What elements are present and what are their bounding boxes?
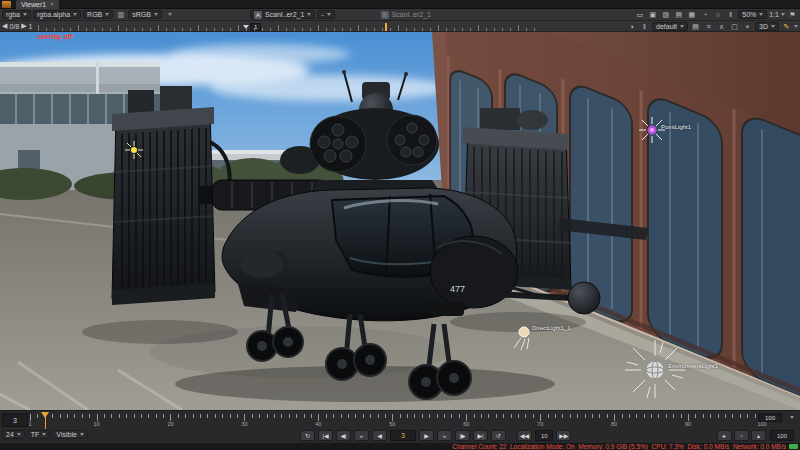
timeline-tick: [718, 414, 719, 418]
current-frame-field[interactable]: 3: [2, 413, 28, 427]
timeline-tick-label: 1: [28, 421, 31, 427]
visibility-dropdown[interactable]: Visible: [52, 430, 88, 439]
close-icon[interactable]: ×: [50, 0, 54, 9]
timeline-tick: [141, 414, 142, 418]
view-mode-dropdown[interactable]: 3D: [755, 22, 779, 31]
increment-forward-button[interactable]: ▶▶: [556, 430, 571, 441]
timeline-tick: [170, 414, 171, 421]
directlight-label[interactable]: DirectLight1_1: [532, 325, 571, 331]
timeline-tick: [444, 414, 445, 418]
timeline-tick: [318, 414, 319, 421]
chevron-down-icon[interactable]: [794, 25, 798, 28]
refresh-button[interactable]: ↺: [491, 430, 506, 441]
playback-frame-field[interactable]: 3: [390, 430, 416, 441]
edit-pencil-icon[interactable]: ✎: [781, 22, 792, 31]
play-forward-button[interactable]: ▶: [419, 430, 434, 441]
lut-dropdown[interactable]: sRGB: [128, 10, 162, 19]
mini-ruler-tick: [270, 28, 271, 31]
environmentlight-label[interactable]: EnvironmentLight1: [668, 363, 718, 369]
mini-ruler-tick: [262, 28, 263, 31]
timeline-tick: [67, 414, 68, 418]
layers-icon[interactable]: ▤: [690, 22, 701, 31]
goto-start-button[interactable]: |◀: [318, 430, 333, 441]
chevron-down-icon[interactable]: [790, 416, 794, 419]
roi-icon[interactable]: ○: [712, 10, 723, 19]
timeline-tick: [215, 414, 216, 418]
tracker-icon[interactable]: ⌖: [742, 22, 753, 31]
viewer-process-dropdown[interactable]: default: [652, 22, 688, 31]
playback-end-field[interactable]: 100: [770, 430, 794, 441]
prev-keyframe-button[interactable]: ◀|: [336, 430, 351, 441]
buffer-next-button[interactable]: ▶: [21, 22, 26, 30]
pointlight-gizmo[interactable]: [639, 117, 665, 143]
flag-icon[interactable]: ⚑: [787, 10, 798, 19]
mini-ruler-tick: [86, 28, 87, 31]
tab-bar: Viewer1 ×: [0, 0, 800, 9]
region-icon[interactable]: ▢: [729, 22, 740, 31]
pointlight-label[interactable]: PointLight1: [661, 124, 691, 130]
monitor-output-icon[interactable]: ▭: [634, 10, 645, 19]
timeline-tick: [311, 414, 312, 418]
timeline-tick: [577, 414, 578, 418]
timeline-tick: [740, 414, 741, 418]
goto-end-button[interactable]: ▶|: [473, 430, 488, 441]
timeline-tick-label: 40: [315, 421, 321, 427]
pixel-ratio-label[interactable]: 1:1: [769, 11, 779, 18]
overlay-status-text: overlay off: [37, 33, 72, 40]
step-forward-button[interactable]: »: [437, 430, 452, 441]
clock-icon[interactable]: ◔: [699, 10, 710, 19]
ab-blend-dropdown[interactable]: -: [317, 10, 334, 19]
frame-range-icon[interactable]: ▫: [734, 430, 749, 441]
timeline-tick: [355, 414, 356, 418]
play-backward-button[interactable]: ◀: [372, 430, 387, 441]
tab-viewer1[interactable]: Viewer1 ×: [16, 0, 59, 9]
timeline-tick: [341, 414, 342, 418]
gain-icon[interactable]: ◑: [626, 22, 637, 31]
chevron-down-icon[interactable]: [168, 13, 172, 16]
channels-dropdown[interactable]: rgba: [2, 10, 31, 19]
play-range-icon[interactable]: ▸: [717, 430, 732, 441]
fps-dropdown[interactable]: 24: [2, 430, 25, 439]
loop-mode-button[interactable]: ↻: [300, 430, 315, 441]
next-keyframe-button[interactable]: |▶: [455, 430, 470, 441]
timeline-tick: [488, 414, 489, 418]
snapshot-icon[interactable]: ▤: [673, 10, 684, 19]
increment-back-button[interactable]: ◀◀: [517, 430, 532, 441]
chevron-down-icon[interactable]: [781, 13, 785, 16]
mini-ruler-tick: [486, 28, 487, 31]
display-channel-dropdown[interactable]: RGB: [83, 10, 113, 19]
playhead[interactable]: [41, 412, 50, 418]
viewer-frame-ruler[interactable]: 1: [38, 23, 543, 31]
mini-ruler-tick: [134, 28, 135, 31]
display-mode-icon[interactable]: ▥: [115, 10, 126, 19]
timeline-tick: [348, 414, 349, 418]
input-a-dropdown[interactable]: AScanl..er2_1: [250, 10, 315, 19]
checkerboard-icon[interactable]: ▨: [660, 10, 671, 19]
step-back-button[interactable]: «: [354, 430, 369, 441]
pause-icon[interactable]: ‖: [639, 22, 650, 31]
grid-icon[interactable]: ▦: [686, 10, 697, 19]
timeline-tick: [681, 414, 682, 418]
pause-icon[interactable]: ‖: [725, 10, 736, 19]
buffer-prev-button[interactable]: ◀: [2, 22, 7, 30]
alpha-channel-dropdown[interactable]: rgba.alpha: [33, 10, 81, 19]
timeline-tick: [599, 414, 600, 418]
timeline-ruler[interactable]: 1102030405060708090100: [30, 412, 766, 429]
mini-ruler-tick: [310, 28, 311, 31]
timeline-mode-dropdown[interactable]: TF: [27, 430, 51, 439]
wipe-icon[interactable]: ∧: [716, 22, 727, 31]
mini-ruler-tick: [230, 28, 231, 31]
zoom-level-dropdown[interactable]: 50%: [738, 10, 767, 19]
range-end-field[interactable]: 100: [758, 413, 782, 422]
input-b-dropdown[interactable]: BScanl..er2_1: [377, 10, 435, 19]
second-monitor-icon[interactable]: ▣: [647, 10, 658, 19]
range-lock-icon[interactable]: ▴: [751, 430, 766, 441]
mini-ruler-tick: [46, 28, 47, 31]
frame-increment-field[interactable]: 10: [535, 430, 553, 441]
mini-ruler-playhead[interactable]: [385, 23, 387, 31]
stack-icon[interactable]: ≡: [703, 22, 714, 31]
timeline-tick: [82, 414, 83, 418]
viewer-3d-viewport[interactable]: 477: [0, 32, 800, 410]
mini-ruler-tick: [358, 25, 359, 31]
mini-ruler-tick: [94, 28, 95, 31]
